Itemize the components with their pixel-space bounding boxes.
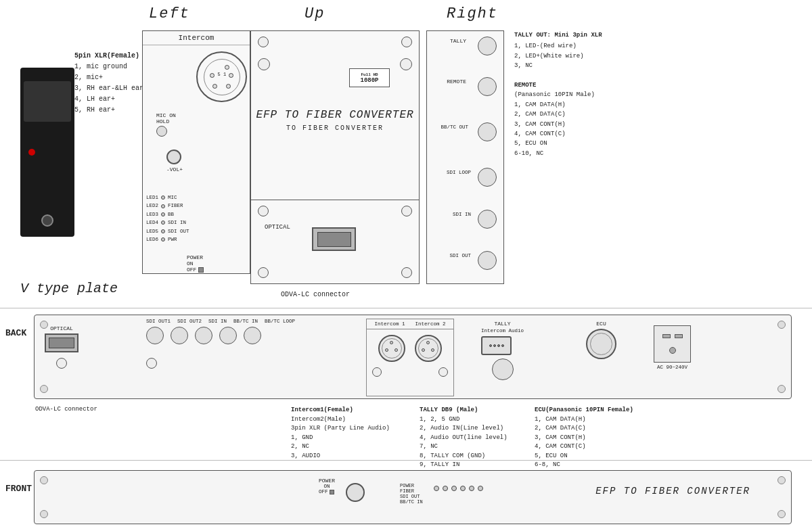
mid-divider xyxy=(0,460,812,461)
back-optical-circle xyxy=(56,358,67,369)
front-led-l3: SDI OUT xyxy=(400,494,423,499)
back-tally-db9 xyxy=(481,336,512,355)
back-optical-conn xyxy=(45,333,78,352)
ac-slot-gnd xyxy=(669,347,676,354)
ecu-p1: 1, CAM DATA(H) xyxy=(535,415,633,425)
led5-row: LED5 SDI OUT xyxy=(146,227,189,235)
intercom1-conn xyxy=(378,335,405,362)
back-optical-area: OPTICAL xyxy=(45,325,78,369)
up-corner-tr xyxy=(401,37,412,47)
intercom2-conn xyxy=(415,335,442,362)
led1-indicator xyxy=(161,195,165,200)
db9-pins-top xyxy=(489,344,504,347)
intercom-info-p1: 1, GND xyxy=(291,434,390,443)
front-label: FRONT xyxy=(5,484,32,494)
ecu-p5: 5, ECU ON xyxy=(535,452,633,461)
ac-socket xyxy=(654,325,691,363)
ac-slots xyxy=(662,334,683,338)
front-led-dot1 xyxy=(434,486,439,491)
back-screw-tr xyxy=(777,321,786,329)
top-section: Left Up Right Down 5pin XLR(Female) 1, m… xyxy=(0,0,812,304)
down-corner-bl xyxy=(258,267,269,278)
back-sdi-area: SDI OUT1 SDI OUT2 SDI IN BB/TC IN BB/TC … xyxy=(146,319,295,369)
up-side-l xyxy=(258,58,270,70)
down-corner-tl xyxy=(258,206,269,216)
vol-knob xyxy=(166,149,181,164)
optical-label-panel: OPTICAL xyxy=(265,224,290,231)
intercom-back-titles: Intercom 1 Intercom 2 xyxy=(367,319,453,329)
down-corner-br xyxy=(401,267,412,278)
front-led-dots xyxy=(434,486,483,491)
back-tally-circle xyxy=(492,359,514,380)
tally-label: TALLY xyxy=(450,38,466,44)
pin-top xyxy=(225,65,229,70)
intercom2-title: Intercom 2 xyxy=(415,321,445,327)
sdiout-label: SDI OUT xyxy=(449,253,471,258)
front-led-dot6 xyxy=(478,486,483,491)
led5-label: LED5 xyxy=(146,227,158,235)
pin-left-lower xyxy=(212,84,217,89)
optical-connector-down xyxy=(312,227,356,251)
front-led-dot3 xyxy=(451,486,457,491)
xlr-title: 5pin XLR(Female) xyxy=(74,51,148,62)
front-led-dot5 xyxy=(469,486,474,491)
remote-pin4: 4, CAM CONT(C) xyxy=(514,129,602,139)
power-off-row: OFF xyxy=(187,267,204,273)
page-container: Left Up Right Down 5pin XLR(Female) 1, m… xyxy=(0,0,812,531)
front-led-l2: FIBER xyxy=(400,488,423,494)
remote-sub: (Panasonic 10PIN Male) xyxy=(514,90,602,99)
intercom-back-circles xyxy=(367,367,453,380)
intercom2-inner xyxy=(418,338,438,359)
xlr-pin1: 1, mic ground xyxy=(74,62,148,72)
sdi-out2-label: SDI OUT2 xyxy=(177,319,202,324)
vol-label: -VOL+ xyxy=(166,166,183,172)
label-up: Up xyxy=(304,5,325,22)
vol-area: -VOL+ xyxy=(166,149,183,172)
odva-label-top: ODVA-LC connector xyxy=(281,291,350,298)
remote-pin3: 3, CAM CONT(H) xyxy=(514,120,602,129)
efp-title: EFP TO FIBER CONVERTER xyxy=(251,109,419,121)
tally-info-title: TALLY DB9 (Male) xyxy=(420,406,508,415)
camera-connector-bottom xyxy=(41,214,53,227)
tally-pin2: 2, LED+(White wire) xyxy=(514,51,602,61)
efp-subtitle: TO FIBER CONVERTER xyxy=(251,124,419,132)
front-led-dot2 xyxy=(443,486,448,491)
sdi-connectors-row xyxy=(146,327,295,344)
pin-right-lower xyxy=(226,84,231,89)
bb-tc-loop-label: BB/TC LOOP xyxy=(265,319,295,324)
mic-switch-knob xyxy=(156,126,167,137)
back-ecu-conn xyxy=(586,329,616,359)
remote-pin1: 1, CAM DATA(H) xyxy=(514,100,602,110)
led2-label: LED2 xyxy=(146,202,158,210)
back-tally-area: TALLY Intercom Audio xyxy=(481,321,524,380)
back-screw-bl xyxy=(40,385,48,393)
sdiloop-label: SDI LOOP xyxy=(447,170,471,175)
ecu-info-title: ECU(Panasonic 10PIN Female) xyxy=(535,406,633,415)
led4-label: LED4 xyxy=(146,218,158,227)
intercom2-pin1 xyxy=(426,341,430,344)
front-power-on: ON xyxy=(319,484,335,489)
led4-indicator xyxy=(161,221,165,225)
back-ecu-inner xyxy=(590,333,612,355)
db9-pin2 xyxy=(493,344,496,347)
front-power-area: POWER ON OFF xyxy=(319,478,335,494)
intercom-info-p2: 2, NC xyxy=(291,442,390,452)
intercom1-inner xyxy=(382,338,402,359)
led3-row: LED3 BB xyxy=(146,210,189,218)
fullhd-text2: 1080P xyxy=(360,77,378,84)
back-optical-label: OPTICAL xyxy=(45,325,78,331)
led4-func: SDI IN xyxy=(168,218,186,227)
power-on: ON xyxy=(187,260,204,267)
front-led-labels: POWER FIBER SDI OUT BB/TC IN xyxy=(400,483,423,505)
back-panel: OPTICAL SDI OUT1 SDI OUT2 SDI IN BB/TC I… xyxy=(34,315,792,399)
tally-info-p1: 1, 2, 5 GND xyxy=(420,415,508,425)
intercom1-pin3 xyxy=(394,348,398,352)
back-ecu-label: ECU xyxy=(586,321,616,327)
ac-socket-area xyxy=(650,325,694,363)
intercom2-pin2 xyxy=(422,348,425,352)
left-panel: Intercom 5 1 xyxy=(142,30,250,274)
bb-tc-in-conn xyxy=(219,327,237,344)
intercom1-pin1 xyxy=(390,341,393,344)
intercom1-title: Intercom 1 xyxy=(374,321,405,327)
v-type-label: V type plate xyxy=(20,281,118,296)
